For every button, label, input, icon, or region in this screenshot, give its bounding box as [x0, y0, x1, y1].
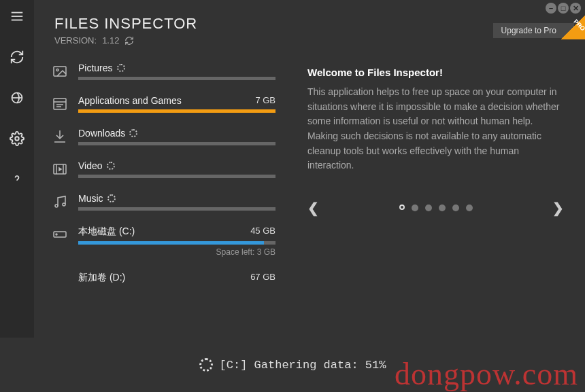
carousel-dot[interactable]	[452, 204, 459, 211]
welcome-body: This application helps to free up space …	[307, 85, 566, 173]
progress-bar	[78, 207, 275, 211]
drive-icon	[51, 226, 69, 243]
window-controls: – □ ✕	[546, 3, 581, 14]
globe-icon[interactable]	[6, 87, 28, 109]
category-size: 7 GB	[255, 95, 275, 106]
carousel-prev-icon[interactable]: ❮	[307, 200, 320, 216]
category-label: Video	[78, 160, 103, 171]
space-left-label: Space left: 3 GB	[78, 247, 275, 257]
sidebar	[0, 0, 34, 392]
svg-rect-8	[54, 99, 66, 109]
svg-point-19	[56, 234, 57, 235]
header: FILES INSPECTOR VERSION: 1.12	[54, 15, 197, 46]
welcome-title: Welcome to Files Inspector!	[307, 67, 566, 78]
category-label: 新加卷 (D:)	[78, 272, 125, 284]
svg-marker-15	[59, 168, 61, 171]
carousel: ❮ ❯	[307, 200, 565, 216]
refresh-icon[interactable]	[6, 46, 28, 68]
version-line: VERSION: 1.12	[54, 35, 197, 46]
category-label: Music	[78, 193, 103, 204]
category-label: 本地磁盘 (C:)	[78, 226, 135, 238]
category-applications[interactable]: Applications and Games7 GB	[51, 95, 275, 113]
category-video[interactable]: Video	[51, 160, 275, 178]
help-icon[interactable]	[6, 168, 28, 190]
refresh-small-icon[interactable]	[124, 36, 134, 46]
gear-icon[interactable]	[6, 128, 28, 149]
category-drive-c[interactable]: 本地磁盘 (C:)45 GB Space left: 3 GB	[51, 226, 275, 257]
menu-icon[interactable]	[6, 5, 28, 27]
welcome-panel: Welcome to Files Inspector! This applica…	[307, 67, 566, 173]
carousel-dot[interactable]	[439, 204, 446, 211]
loading-icon	[107, 162, 115, 170]
maximize-button[interactable]: □	[558, 3, 569, 14]
carousel-dot[interactable]	[425, 204, 432, 211]
carousel-dot[interactable]	[466, 204, 473, 211]
progress-bar	[78, 175, 275, 178]
loading-icon	[107, 194, 116, 202]
category-downloads[interactable]: Downloads	[51, 128, 275, 145]
carousel-dots	[399, 204, 473, 211]
category-music[interactable]: Music	[51, 193, 275, 211]
minimize-button[interactable]: –	[546, 3, 556, 14]
carousel-dot[interactable]	[412, 204, 418, 211]
close-button[interactable]: ✕	[570, 3, 581, 14]
svg-point-17	[63, 203, 65, 206]
category-drive-d[interactable]: 新加卷 (D:)67 GB	[51, 272, 275, 289]
categories-list: Pictures Applications and Games7 GB Down…	[51, 63, 275, 304]
category-pictures[interactable]: Pictures	[51, 63, 275, 80]
category-label: Applications and Games	[78, 95, 182, 106]
pictures-icon	[51, 63, 69, 80]
video-icon	[51, 160, 69, 178]
carousel-next-icon[interactable]: ❯	[552, 200, 565, 216]
category-size: 45 GB	[250, 226, 275, 238]
downloads-icon	[51, 128, 69, 145]
music-icon	[51, 193, 69, 211]
progress-bar	[78, 77, 275, 80]
carousel-dot[interactable]	[399, 204, 405, 210]
version-prefix: VERSION:	[54, 35, 97, 46]
status-text: [C:] Gathering data: 51%	[220, 359, 386, 372]
svg-point-7	[56, 69, 58, 71]
progress-bar	[78, 142, 275, 145]
loading-icon	[117, 64, 125, 72]
loading-icon	[199, 358, 213, 372]
app-title: FILES INSPECTOR	[54, 15, 197, 33]
category-label: Downloads	[78, 128, 125, 139]
progress-bar	[78, 241, 275, 245]
applications-icon	[51, 95, 69, 113]
status-bar: [C:] Gathering data: 51%	[0, 338, 585, 392]
version-number: 1.12	[102, 35, 119, 46]
category-label: Pictures	[78, 63, 113, 73]
svg-point-16	[55, 204, 58, 207]
drive-icon	[51, 272, 69, 289]
svg-rect-6	[54, 67, 66, 76]
category-size: 67 GB	[250, 272, 275, 284]
svg-point-4	[15, 137, 19, 141]
pro-ribbon: PRO	[561, 15, 585, 39]
loading-icon	[129, 129, 137, 137]
progress-bar	[78, 109, 275, 113]
